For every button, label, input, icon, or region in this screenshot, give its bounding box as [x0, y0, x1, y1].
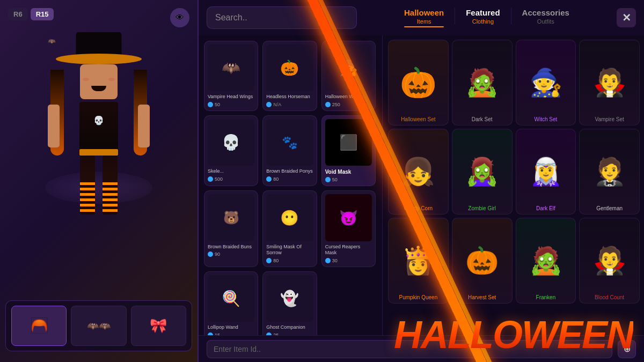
item-price-7: 90: [208, 252, 254, 257]
tab-featured[interactable]: Featured Clothing: [460, 8, 505, 27]
inventory-slot-2[interactable]: 🦇🦇: [71, 306, 126, 346]
hair-icon: 🦰: [31, 317, 48, 334]
robux-icon-4: [208, 176, 213, 182]
left-panel: R6 R15 👁 🦇: [0, 0, 199, 362]
outfit-figure-5: 👧 Candy Corn: [389, 129, 448, 214]
item-price-6: 50: [325, 177, 372, 182]
accessories-tab-label: Accessories: [522, 8, 569, 17]
robux-icon-9: [325, 258, 331, 263]
item-card-smiling-mask[interactable]: 😶 Smiling Mask Of Sorrow 80: [262, 190, 317, 267]
robux-icon-7: [208, 252, 213, 257]
featured-tab-sublabel: Clothing: [472, 18, 494, 25]
outfit-card-6[interactable]: 🧟‍♀️ Zombie Girl: [452, 129, 513, 215]
outfit-card-5[interactable]: 👧 Candy Corn: [388, 129, 449, 215]
inventory-slot-3[interactable]: 🎀: [131, 306, 186, 346]
outfit-card-9[interactable]: 👸 Pumpkin Queen: [388, 218, 449, 304]
outfit-figure-11: 🧟 Franken: [516, 218, 576, 303]
item-name-11: Ghost Companion: [266, 324, 313, 331]
outfit-figure-6: 🧟‍♀️ Zombie Girl: [452, 129, 512, 214]
item-thumb-4: 💀: [208, 119, 254, 166]
item-thumb-9: 😈: [325, 194, 372, 241]
item-name-7: Brown Braided Buns: [208, 244, 254, 250]
item-thumb-3: 🧙: [325, 45, 372, 91]
bow-icon: 🎀: [150, 317, 167, 334]
item-card-cursed-mask[interactable]: 😈 Cursed Reapers Mask 30: [321, 190, 376, 267]
item-card-skeleton[interactable]: 💀 Skele... 500: [204, 115, 258, 186]
outfit-figure-2: 🧟 Dark Set: [452, 40, 512, 125]
outfit-figure-7: 🧝‍♀️ Dark Elf: [516, 129, 576, 214]
outfit-card-8[interactable]: 🤵 Gentleman: [579, 129, 640, 215]
item-card-lollipop[interactable]: 🍭 Lollipop Wand 15: [204, 271, 258, 335]
avatar-mode-toggle: R6 R15: [8, 8, 54, 20]
outfit-card-11[interactable]: 🧟 Franken: [516, 218, 576, 304]
item-name-4: Skele...: [208, 168, 254, 175]
tab-halloween[interactable]: Halloween Items: [399, 8, 449, 27]
item-thumb-7: 🐻: [208, 194, 254, 241]
halloween-title: HALLOWEEN: [394, 313, 633, 357]
item-card-ghost[interactable]: 👻 Ghost Companion 25: [262, 271, 317, 335]
accessories-tab-sublabel: Outfits: [537, 18, 554, 25]
outfit-card-10[interactable]: 🎃 Harvest Set: [452, 218, 513, 304]
robux-icon-2: [266, 102, 272, 107]
visibility-toggle-button[interactable]: 👁: [170, 8, 189, 27]
right-panel: Search.. Halloween Items Featured Clothi…: [199, 0, 644, 362]
items-list: 🦇 Vampire Head Wings 50 🎃 Headless Horse…: [199, 35, 381, 335]
search-placeholder: Search..: [215, 13, 247, 23]
robux-icon-8: [266, 258, 272, 263]
outfit-figure-9: 👸 Pumpkin Queen: [389, 218, 448, 303]
outfit-card-12[interactable]: 🧛 Blood Count: [579, 218, 640, 304]
item-card-vampire-wings[interactable]: 🦇 Vampire Head Wings 50: [204, 41, 258, 111]
close-button[interactable]: ✕: [617, 8, 636, 27]
item-thumb-10: 🍭: [208, 275, 254, 322]
outfit-card-7[interactable]: 🧝‍♀️ Dark Elf: [516, 129, 576, 215]
panel-separator: [382, 35, 383, 335]
item-card-braided-buns[interactable]: 🐻 Brown Braided Buns 90: [204, 190, 258, 267]
item-name-6: Void Mask: [325, 168, 372, 175]
eye-icon: 👁: [175, 13, 184, 23]
outfit-figure-3: 🧙 Witch Set: [516, 40, 576, 125]
item-name-8: Smiling Mask Of Sorrow: [266, 244, 313, 256]
item-name-1: Vampire Head Wings: [208, 94, 254, 100]
search-box[interactable]: Search..: [207, 6, 357, 29]
outfits-panel: 🎃 Halloween Set 🧟 Dark Set 🧙 Witch Set: [384, 35, 644, 335]
items-area: 🦇 Vampire Head Wings 50 🎃 Headless Horse…: [199, 35, 644, 335]
tab-accessories[interactable]: Accessories Outfits: [517, 8, 575, 27]
r6-button[interactable]: R6: [8, 8, 28, 20]
item-card-witch[interactable]: 🧙 Halloween Witch 250: [321, 41, 376, 111]
item-card-braided-ponys[interactable]: 🐾 Brown Braided Ponys 80: [262, 115, 317, 186]
outfit-card-1[interactable]: 🎃 Halloween Set: [388, 40, 449, 125]
shop-header: Search.. Halloween Items Featured Clothi…: [199, 0, 644, 35]
r15-button[interactable]: R15: [31, 8, 54, 20]
featured-tab-label: Featured: [466, 8, 500, 17]
tab-divider-1: [455, 8, 455, 24]
bat-icon: 🦇🦇: [87, 320, 111, 332]
item-price-8: 80: [266, 258, 313, 263]
outfit-card-2[interactable]: 🧟 Dark Set: [452, 40, 513, 125]
outfit-figure-8: 🤵 Gentleman: [580, 129, 639, 214]
item-price-9: 30: [325, 258, 372, 263]
outfit-figure-4: 🧛 Vampire Set: [580, 40, 639, 125]
item-card-void-mask[interactable]: ⬛ Void Mask 50: [321, 115, 376, 186]
inventory-bar: 🦰 🦇🦇 🎀: [5, 300, 192, 351]
item-thumb-11: 👻: [266, 275, 313, 322]
inventory-slot-1[interactable]: 🦰: [11, 306, 67, 346]
item-thumb-2: 🎃: [266, 45, 313, 91]
item-id-placeholder: Enter Item Id..: [214, 345, 261, 353]
item-name-10: Lollipop Wand: [208, 324, 254, 331]
item-name-2: Headless Horseman: [266, 94, 313, 100]
outfit-card-4[interactable]: 🧛 Vampire Set: [579, 40, 640, 125]
item-thumb-1: 🦇: [208, 45, 254, 91]
item-card-headless[interactable]: 🎃 Headless Horseman N/A: [262, 41, 317, 111]
tab-navigation: Halloween Items Featured Clothing Access…: [365, 8, 609, 27]
item-name-9: Cursed Reapers Mask: [325, 244, 372, 256]
item-thumb-8: 😶: [266, 194, 313, 241]
item-name-3: Halloween Witch: [325, 94, 372, 100]
item-thumb-6: ⬛: [325, 119, 372, 166]
item-thumb-5: 🐾: [266, 119, 313, 166]
item-name-5: Brown Braided Ponys: [266, 168, 313, 175]
character-shadow: [45, 172, 152, 204]
outfit-card-3[interactable]: 🧙 Witch Set: [516, 40, 576, 125]
tab-divider-2: [511, 8, 511, 24]
item-price-5: 80: [266, 176, 313, 182]
robux-icon-5: [266, 176, 272, 182]
